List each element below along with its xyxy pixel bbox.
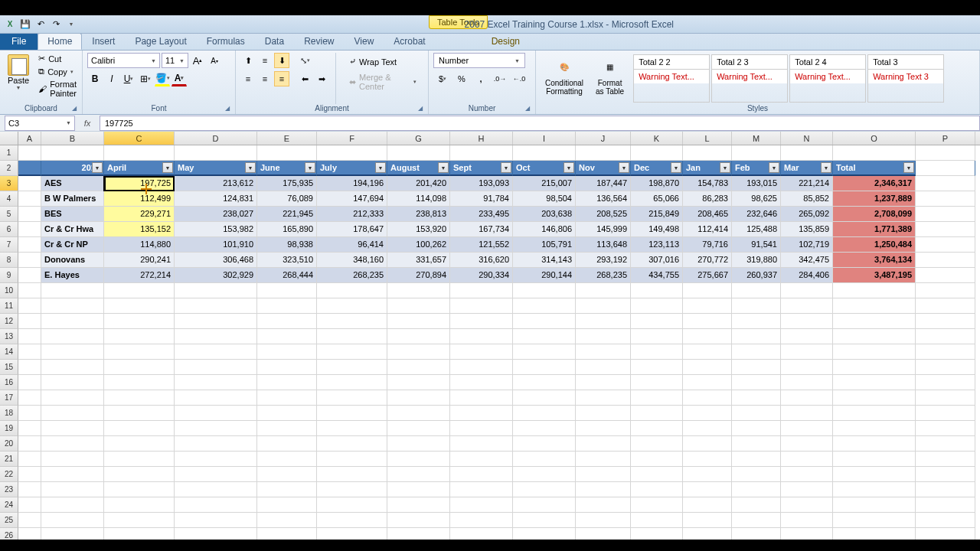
- cell[interactable]: 275,667: [683, 268, 732, 283]
- cell[interactable]: 125,488: [732, 222, 781, 237]
- cell[interactable]: [450, 145, 513, 161]
- cell[interactable]: 3,764,134: [833, 253, 916, 268]
- cell[interactable]: [104, 314, 175, 329]
- cell[interactable]: 2,346,317: [833, 176, 916, 191]
- row-header-2[interactable]: 2: [0, 161, 18, 176]
- cell[interactable]: [916, 237, 975, 253]
- cell[interactable]: [781, 145, 833, 161]
- cell[interactable]: 101,910: [175, 237, 257, 253]
- cell[interactable]: [732, 298, 781, 314]
- cell[interactable]: [41, 421, 104, 436]
- cell[interactable]: 201,420: [387, 176, 450, 191]
- cell[interactable]: [257, 375, 317, 390]
- filter-arrow-icon[interactable]: ▼: [305, 162, 315, 173]
- number-format-dropdown[interactable]: Number▼: [433, 53, 525, 68]
- cell[interactable]: [257, 513, 317, 528]
- cell[interactable]: [732, 344, 781, 360]
- cell[interactable]: 268,235: [317, 268, 387, 283]
- cell[interactable]: [387, 390, 450, 406]
- cell[interactable]: [257, 482, 317, 497]
- cell[interactable]: [317, 283, 387, 298]
- clipboard-launcher-icon[interactable]: ◢: [72, 105, 80, 112]
- cell[interactable]: 314,143: [513, 253, 576, 268]
- cell[interactable]: [104, 390, 175, 406]
- cell[interactable]: [631, 298, 683, 314]
- row-header-7[interactable]: 7: [0, 237, 18, 253]
- cell[interactable]: [833, 406, 916, 421]
- cell[interactable]: [683, 145, 732, 161]
- cell[interactable]: [450, 497, 513, 513]
- cell[interactable]: [683, 283, 732, 298]
- cell[interactable]: 208,525: [576, 207, 631, 222]
- cell[interactable]: 178,647: [317, 222, 387, 237]
- cell[interactable]: [513, 406, 576, 421]
- cell[interactable]: [175, 329, 257, 344]
- cell[interactable]: [104, 482, 175, 497]
- cell[interactable]: [631, 344, 683, 360]
- font-color-button[interactable]: A▾: [172, 71, 187, 86]
- column-header-A[interactable]: A: [18, 132, 41, 145]
- cell[interactable]: 229,271: [104, 207, 175, 222]
- cell[interactable]: 284,406: [781, 268, 833, 283]
- underline-button[interactable]: U▾: [121, 71, 136, 86]
- cell[interactable]: [317, 375, 387, 390]
- number-launcher-icon[interactable]: ◢: [525, 105, 533, 112]
- cell[interactable]: Cr & Cr Hwa: [41, 222, 104, 237]
- cell[interactable]: [387, 497, 450, 513]
- cell[interactable]: [387, 375, 450, 390]
- cell[interactable]: 203,638: [513, 207, 576, 222]
- cell[interactable]: [683, 375, 732, 390]
- filter-arrow-icon[interactable]: ▼: [720, 162, 730, 173]
- cell[interactable]: [18, 314, 41, 329]
- cell[interactable]: [41, 283, 104, 298]
- cell[interactable]: [833, 421, 916, 436]
- cell[interactable]: [18, 452, 41, 467]
- cell[interactable]: [450, 344, 513, 360]
- cell[interactable]: [387, 283, 450, 298]
- cell[interactable]: [513, 467, 576, 482]
- cell[interactable]: 136,564: [576, 191, 631, 207]
- cell[interactable]: [916, 513, 975, 528]
- cell[interactable]: [732, 421, 781, 436]
- column-header-F[interactable]: F: [317, 132, 387, 145]
- cell[interactable]: [18, 268, 41, 283]
- cell[interactable]: [833, 497, 916, 513]
- cell[interactable]: [387, 467, 450, 482]
- cell[interactable]: [104, 436, 175, 452]
- cell[interactable]: [513, 360, 576, 375]
- cell[interactable]: 260,937: [732, 268, 781, 283]
- cell[interactable]: [257, 467, 317, 482]
- column-header-E[interactable]: E: [257, 132, 317, 145]
- conditional-formatting-button[interactable]: 🎨 Conditional Formatting: [541, 53, 588, 104]
- cell[interactable]: 272,214: [104, 268, 175, 283]
- cell[interactable]: [257, 452, 317, 467]
- cell[interactable]: [41, 344, 104, 360]
- cell[interactable]: [513, 344, 576, 360]
- cell[interactable]: [683, 329, 732, 344]
- cell[interactable]: [387, 298, 450, 314]
- alignment-launcher-icon[interactable]: ◢: [418, 105, 426, 112]
- cell[interactable]: 79,716: [683, 237, 732, 253]
- cell[interactable]: [317, 145, 387, 161]
- filter-arrow-icon[interactable]: ▼: [501, 162, 511, 173]
- cell[interactable]: [576, 513, 631, 528]
- cell[interactable]: [631, 360, 683, 375]
- cell[interactable]: 213,612: [175, 176, 257, 191]
- row-header-23[interactable]: 23: [0, 482, 18, 497]
- cell[interactable]: [916, 497, 975, 513]
- cell[interactable]: [781, 467, 833, 482]
- cell[interactable]: [387, 421, 450, 436]
- comma-icon[interactable]: ,: [472, 71, 490, 86]
- cell[interactable]: [257, 329, 317, 344]
- cell[interactable]: BES: [41, 207, 104, 222]
- cell[interactable]: 135,152: [104, 222, 175, 237]
- cell[interactable]: [781, 482, 833, 497]
- column-header-D[interactable]: D: [175, 132, 257, 145]
- cell[interactable]: [916, 207, 975, 222]
- cell[interactable]: [18, 207, 41, 222]
- cell[interactable]: [18, 161, 41, 176]
- tab-insert[interactable]: Insert: [82, 33, 125, 50]
- cell[interactable]: [631, 467, 683, 482]
- cell[interactable]: [387, 145, 450, 161]
- cell[interactable]: 331,657: [387, 253, 450, 268]
